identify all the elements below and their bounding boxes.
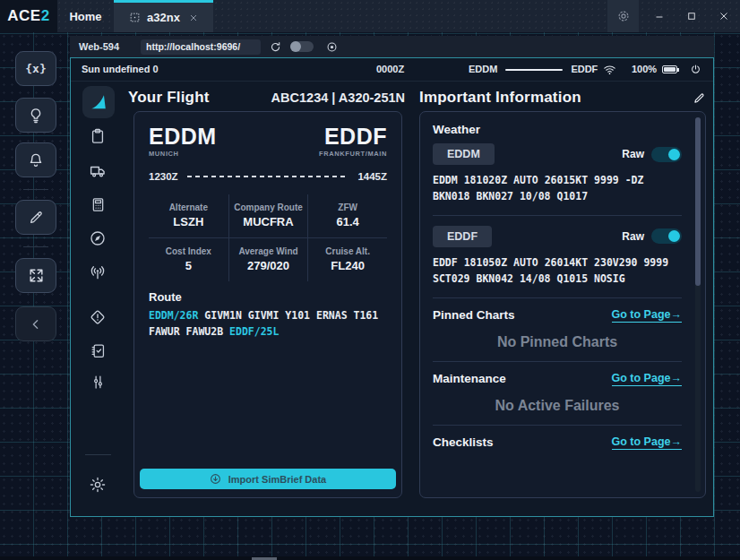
important-info-title: Important Information <box>419 89 581 107</box>
rail-settings-sliders-button[interactable] <box>86 370 109 393</box>
efb-main-area: Your Flight ABC1234 | A320-251N EDDM MUN… <box>71 82 713 516</box>
tab-home[interactable]: Home <box>57 0 114 32</box>
section-divider <box>433 425 682 426</box>
tab-home-label: Home <box>69 10 101 23</box>
tab-a32nx-label: a32nx <box>147 11 180 24</box>
departure-time: 1230Z <box>149 171 178 182</box>
important-info-panel: Important Information Weather EDDM Raw E… <box>417 82 710 516</box>
wifi-icon <box>603 65 616 75</box>
icon-rail <box>71 82 122 516</box>
rail-dispatch-button[interactable] <box>86 125 109 148</box>
sidebar-divider <box>23 246 48 247</box>
detail-average-wind: Average Wind279/020 <box>228 237 308 281</box>
status-flight-route: EDDM EDDF <box>469 58 598 81</box>
collapse-sidebar-button[interactable] <box>15 306 56 341</box>
tab-close-icon[interactable] <box>189 13 198 22</box>
warning-diamond-icon <box>89 308 107 326</box>
import-simbrief-label: Import SimBrief Data <box>228 474 326 485</box>
station-chip-eddf[interactable]: EDDF <box>433 226 492 247</box>
rail-divider <box>85 454 111 455</box>
route-label: Route <box>149 290 387 304</box>
section-divider <box>433 361 682 362</box>
detail-company-route: Company RouteMUCFRA <box>228 194 308 237</box>
station-chip-eddm[interactable]: EDDM <box>433 143 495 165</box>
screenshot-camera-icon[interactable] <box>326 41 338 53</box>
truck-icon <box>89 161 108 180</box>
checklists-go-to-page-link[interactable]: Go to Page→ <box>612 435 682 450</box>
battery-percent: 100% <box>632 58 657 81</box>
arrival-time: 1445Z <box>357 171 387 182</box>
origin-code: EDDM <box>149 125 217 148</box>
rail-ground-button[interactable] <box>86 159 109 182</box>
lightbulb-button[interactable] <box>15 98 56 133</box>
status-origin: EDDM <box>469 58 497 81</box>
raw-toggle-eddf[interactable] <box>651 228 682 244</box>
notifications-button[interactable] <box>15 142 56 177</box>
url-input[interactable]: http://localhost:9696/ <box>141 39 261 55</box>
import-simbrief-button[interactable]: Import SimBrief Data <box>140 469 396 489</box>
download-icon <box>210 473 221 485</box>
detail-alternate: AlternateLSZH <box>149 194 228 237</box>
session-label: Web-594 <box>79 41 119 52</box>
refresh-icon[interactable] <box>270 41 281 53</box>
rail-checklists-button[interactable] <box>86 339 109 362</box>
annotate-button[interactable] <box>15 200 56 235</box>
raw-toggle-eddm[interactable] <box>651 147 682 162</box>
weather-label: Weather <box>433 123 682 136</box>
pinned-charts-label: Pinned Charts <box>433 308 515 322</box>
battery-icon <box>662 65 677 73</box>
toggle-knob <box>668 230 680 242</box>
metar-eddf: EDDF 181050Z AUTO 26014KT 230V290 9999 S… <box>433 254 678 288</box>
weather-station-row: EDDM Raw <box>433 143 682 165</box>
weather-station-row: EDDF Raw <box>433 226 682 247</box>
window-minimize-button[interactable] <box>643 0 675 32</box>
no-active-failures-text: No Active Failures <box>433 398 682 414</box>
pencil-icon <box>28 209 45 226</box>
rail-settings-button[interactable] <box>86 473 109 496</box>
your-flight-panel: Your Flight ABC1234 | A320-251N EDDM MUN… <box>126 82 409 516</box>
rail-flight-button[interactable] <box>82 86 115 118</box>
power-icon[interactable] <box>690 64 701 75</box>
origin-city: MUNICH <box>149 150 217 158</box>
important-info-card: Weather EDDM Raw EDDM 181020Z AUTO 26015… <box>419 111 706 498</box>
sidebar-divider <box>23 189 48 190</box>
toggle-knob <box>290 41 301 52</box>
route-departure-runway: EDDM/26R <box>149 309 198 322</box>
settings-gear-button[interactable] <box>607 0 639 32</box>
pinned-charts-go-to-page-link[interactable]: Go to Page→ <box>612 308 682 323</box>
titlebar: ACE2 Home a32nx <box>0 0 740 32</box>
status-destination: EDDF <box>571 58 598 81</box>
calculator-icon <box>90 196 107 213</box>
rail-atc-button[interactable] <box>86 261 109 284</box>
section-divider <box>433 215 682 216</box>
maintenance-go-to-page-link[interactable]: Go to Page→ <box>612 372 682 386</box>
your-flight-title: Your Flight <box>128 89 210 107</box>
schedule-times: 1230Z 1445Z <box>149 171 387 182</box>
checklists-label: Checklists <box>433 435 494 449</box>
scrollbar-thumb[interactable] <box>695 117 701 286</box>
app-logo: ACE2 <box>0 0 57 32</box>
destination-airport: EDDF FRANKFURT/MAIN <box>319 125 387 158</box>
battery-status: 100% <box>632 58 677 81</box>
window-close-button[interactable] <box>708 0 740 32</box>
flight-dashed-line <box>187 176 349 177</box>
variables-button[interactable]: {x} <box>15 51 56 86</box>
destination-city: FRANKFURT/MAIN <box>319 150 387 158</box>
lightbulb-icon <box>27 107 45 125</box>
metar-station-code: EDDF <box>433 256 458 269</box>
checklists-row: Checklists Go to Page→ <box>433 435 682 450</box>
route-progress-line <box>505 69 563 71</box>
expand-arrows-icon <box>28 267 45 284</box>
rail-performance-button[interactable] <box>86 193 109 216</box>
expand-button[interactable] <box>15 258 56 293</box>
info-scrollbar[interactable] <box>695 117 701 492</box>
route-string: EDDM/26R GIVM1N GIVMI Y101 ERNAS T161 FA… <box>149 308 394 340</box>
bottom-edge-strip <box>0 556 740 560</box>
window-maximize-button[interactable] <box>675 0 708 32</box>
flight-card: EDDM MUNICH EDDF FRANKFURT/MAIN 1230Z 14… <box>133 111 402 498</box>
edit-pencil-icon[interactable] <box>693 91 706 105</box>
tab-a32nx[interactable]: a32nx <box>114 0 213 32</box>
rail-navigation-button[interactable] <box>86 227 109 250</box>
rail-failures-button[interactable] <box>86 306 109 329</box>
browser-toggle[interactable] <box>290 41 314 52</box>
